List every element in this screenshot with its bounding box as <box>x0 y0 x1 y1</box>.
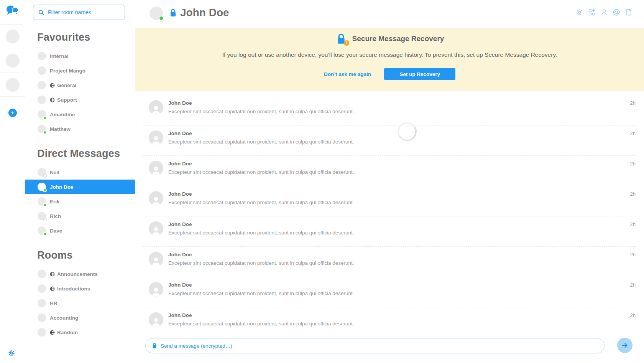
user-avatar <box>149 282 163 297</box>
app-logo-chat-bubbles-icon[interactable] <box>6 5 18 17</box>
room-label: Announcements <box>57 271 98 277</box>
space-avatar-slot[interactable] <box>0 49 25 73</box>
sidebar-item-general[interactable]: General <box>25 78 135 92</box>
settings-gear-icon[interactable] <box>8 350 15 358</box>
message-timeline[interactable]: John Doe Excepteur sint occaecat cupidat… <box>135 91 644 333</box>
header-icon-group <box>576 8 632 16</box>
sidebar-item-matthew[interactable]: Matthew <box>25 122 135 136</box>
message-sender: John Doe <box>168 130 354 136</box>
warning-badge: ! <box>344 40 349 46</box>
room-avatar <box>38 183 46 191</box>
space-avatar-slot[interactable] <box>0 25 25 48</box>
mentions-icon[interactable] <box>613 8 620 16</box>
sidebar-item-random[interactable]: Random <box>25 325 135 340</box>
person-icon <box>150 134 162 145</box>
room-avatar <box>38 284 46 293</box>
message-timestamp: 2h <box>630 252 636 257</box>
sidebar-item-neil[interactable]: Neil <box>25 165 135 180</box>
message-row[interactable]: John Doe Excepteur sint occaecat cupidat… <box>143 156 636 186</box>
room-label: John Doe <box>50 184 74 190</box>
message-row[interactable]: John Doe Excepteur sint occaecat cupidat… <box>143 186 636 216</box>
sidebar-item-dave[interactable]: Dave <box>25 223 135 238</box>
sidebar-item-erik[interactable]: Erik <box>25 194 135 209</box>
room-avatar[interactable] <box>150 7 163 20</box>
room-avatar <box>38 168 46 177</box>
room-avatar <box>38 81 46 89</box>
section-title-direct-messages: Direct Messages <box>37 148 135 160</box>
sidebar-item-introductions[interactable]: Introductions <box>25 281 135 296</box>
message-row[interactable]: John Doe Excepteur sint occaecat cupidat… <box>143 216 636 247</box>
message-row[interactable]: John Doe Excepteur sint occaecat cupidat… <box>143 307 636 333</box>
presence-dot <box>43 232 47 236</box>
send-button[interactable] <box>617 338 632 353</box>
message-input[interactable] <box>161 343 598 349</box>
room-label: Matthew <box>50 126 71 132</box>
message-row[interactable]: John Doe Excepteur sint occaecat cupidat… <box>143 277 636 307</box>
message-text: Excepteur sint occaecat cupidatat non pr… <box>168 139 354 145</box>
sidebar-item-rich[interactable]: Rich <box>25 209 135 223</box>
sidebar-item-amandine[interactable]: Amandine <box>25 107 135 122</box>
room-label: Dave <box>50 228 62 234</box>
room-sections: Favourites Internal Project Mango Genera… <box>25 31 135 340</box>
integrations-icon[interactable] <box>588 8 596 16</box>
message-text: Excepteur sint occaecat cupidatat non pr… <box>168 109 354 114</box>
composer-bar <box>135 333 644 363</box>
room-label: General <box>57 82 76 88</box>
members-icon[interactable] <box>600 8 608 16</box>
sidebar-item-internal[interactable]: Internal <box>25 49 135 63</box>
presence-dot <box>43 116 47 120</box>
room-label: Amandine <box>50 112 75 117</box>
banner-body-text: If you log out or use another device, yo… <box>135 51 644 58</box>
sidebar-item-john-doe[interactable]: John Doe <box>25 180 135 194</box>
banner-title: Secure Message Recovery <box>352 35 444 43</box>
message-timestamp: 2h <box>630 282 636 288</box>
encrypted-lock-icon <box>152 343 157 349</box>
room-label: Rich <box>50 213 61 219</box>
message-timestamp: 2h <box>630 100 636 106</box>
room-label: Support <box>57 97 77 103</box>
message-timestamp: 2h <box>630 130 636 136</box>
dont-ask-again-link[interactable]: Don’t ask me again <box>324 71 371 77</box>
globe-icon <box>50 97 55 102</box>
settings-icon[interactable] <box>576 8 583 16</box>
sidebar-section: Favourites Internal Project Mango Genera… <box>25 31 135 136</box>
room-list-panel: Favourites Internal Project Mango Genera… <box>25 0 135 363</box>
person-icon <box>150 104 162 115</box>
message-row[interactable]: John Doe Excepteur sint occaecat cupidat… <box>143 95 636 125</box>
room-avatar <box>38 328 46 337</box>
user-avatar <box>149 221 163 236</box>
user-avatar <box>149 252 163 266</box>
space-avatar <box>6 30 20 43</box>
sidebar-item-support[interactable]: Support <box>25 92 135 107</box>
arrow-right-icon <box>621 342 629 349</box>
set-up-recovery-button[interactable]: Set up Recovery <box>384 68 455 80</box>
room-label: Internal <box>50 53 69 59</box>
room-avatar <box>38 52 46 60</box>
sidebar-item-hr[interactable]: HR <box>25 296 135 310</box>
room-avatar <box>38 125 46 133</box>
add-space-button[interactable]: + <box>8 109 17 117</box>
sidebar-item-project-mango[interactable]: Project Mango <box>25 63 135 78</box>
message-text: Excepteur sint occaecat cupidatat non pr… <box>168 290 354 296</box>
files-icon[interactable] <box>625 8 632 16</box>
message-row[interactable]: John Doe Excepteur sint occaecat cupidat… <box>143 125 636 156</box>
space-avatar-slot[interactable] <box>0 73 25 97</box>
sidebar-item-accounting[interactable]: Accounting <box>25 310 135 325</box>
app-root: + Favourites Internal <box>0 0 644 363</box>
room-label: HR <box>50 300 58 306</box>
encryption-lock-icon <box>169 8 177 19</box>
section-title-favourites: Favourites <box>37 31 135 43</box>
room-filter-input[interactable] <box>48 9 120 15</box>
room-avatar <box>38 96 46 104</box>
composer-field <box>145 338 605 353</box>
message-row[interactable]: John Doe Excepteur sint occaecat cupidat… <box>143 247 636 277</box>
user-avatar <box>149 312 163 327</box>
chat-main: John Doe <box>135 0 644 363</box>
message-timestamp: 2h <box>630 312 636 318</box>
sidebar-item-announcements[interactable]: Announcements <box>25 267 135 281</box>
message-body: John Doe Excepteur sint occaecat cupidat… <box>168 161 354 186</box>
room-header: John Doe <box>135 0 644 27</box>
message-sender: John Doe <box>168 191 354 197</box>
room-filter-box <box>33 5 125 20</box>
section-items: Announcements Introductions HR Accountin… <box>25 267 135 340</box>
